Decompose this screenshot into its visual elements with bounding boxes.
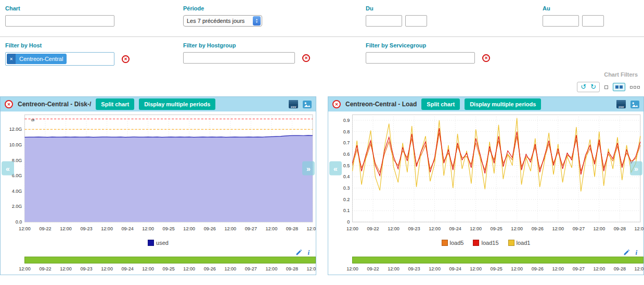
refresh-icon[interactable]: ↻: [590, 83, 596, 91]
export-image-icon[interactable]: [303, 101, 312, 108]
svg-text:09-22: 09-22: [367, 226, 379, 231]
info-icon[interactable]: i: [307, 249, 310, 256]
svg-text:12:00: 12:00: [142, 226, 154, 231]
close-panel-icon[interactable]: ✕: [332, 100, 341, 108]
hostgroup-filter-input[interactable]: [183, 52, 295, 64]
svg-text:0.6: 0.6: [343, 152, 350, 157]
du-date-input[interactable]: [366, 15, 402, 27]
servicegroup-filter-input[interactable]: [366, 52, 475, 64]
hostgroup-filter-group: Filter by Hostgroup ✕: [183, 42, 310, 64]
svg-text:0.3: 0.3: [343, 185, 350, 191]
view-two-columns-icon[interactable]: [613, 83, 625, 91]
split-chart-button[interactable]: Split chart: [96, 98, 134, 110]
legend-color-swatch: [442, 240, 448, 246]
periode-select[interactable]: Les 7 précédents jours ▲▼: [183, 15, 262, 27]
svg-text:12:00: 12:00: [224, 267, 236, 272]
svg-text:12:00: 12:00: [593, 267, 605, 272]
servicegroup-filter-group: Filter by Servicegroup ✕: [366, 42, 490, 64]
svg-text:09-25: 09-25: [491, 226, 503, 231]
chart-filters-section-label: Chart Filters: [604, 71, 638, 78]
filter-row-2: Filter by Host ✕ Centreon-Central ✕ Filt…: [0, 37, 644, 79]
svg-text:0: 0: [347, 219, 350, 225]
svg-text:8: 8: [30, 119, 35, 121]
du-filter-label: Du: [366, 5, 427, 11]
svg-text:09-25: 09-25: [491, 267, 503, 272]
legend-item[interactable]: used: [148, 240, 169, 246]
panel-tools: i: [1, 248, 316, 256]
display-multiple-periods-button[interactable]: Display multiple periods: [139, 98, 215, 110]
split-chart-button[interactable]: Split chart: [421, 98, 460, 110]
legend-color-swatch: [473, 240, 479, 246]
svg-text:09-28: 09-28: [286, 267, 298, 272]
svg-text:09-28: 09-28: [614, 267, 626, 272]
csv-export-icon[interactable]: csv: [289, 100, 298, 108]
remove-tag-icon[interactable]: ✕: [7, 54, 16, 64]
edit-chart-icon[interactable]: [295, 249, 302, 256]
legend-item[interactable]: load1: [508, 240, 531, 246]
svg-text:09-23: 09-23: [408, 267, 420, 272]
filter-row-1: Chart Période Les 7 précédents jours ▲▼ …: [0, 0, 644, 36]
svg-text:12:00: 12:00: [388, 226, 400, 231]
edit-chart-icon[interactable]: [623, 249, 630, 256]
svg-text:09-26: 09-26: [532, 226, 544, 231]
view-three-columns-icon[interactable]: [630, 86, 640, 89]
svg-text:12:00: 12:00: [346, 226, 358, 231]
legend-item[interactable]: load5: [442, 240, 464, 246]
chart-filter-label: Chart: [5, 5, 114, 11]
legend-label: load1: [517, 240, 531, 246]
scroll-right-button[interactable]: »: [302, 162, 315, 176]
svg-text:09-24: 09-24: [449, 267, 461, 272]
svg-text:12:00: 12:00: [183, 267, 195, 272]
svg-text:12:00: 12:00: [19, 226, 31, 231]
scroll-left-button[interactable]: «: [329, 162, 342, 176]
svg-text:0.7: 0.7: [343, 140, 350, 145]
load-chart[interactable]: 12:0009-2212:0009-2312:0009-2412:0009-25…: [328, 111, 643, 238]
auto-refresh-icon[interactable]: ↺: [581, 83, 586, 91]
host-filter-label: Filter by Host: [5, 42, 130, 48]
legend-label: used: [156, 240, 169, 246]
svg-text:09-23: 09-23: [80, 267, 92, 272]
svg-text:12:00: 12:00: [346, 267, 358, 272]
svg-text:0.1: 0.1: [343, 208, 350, 213]
view-one-column-icon[interactable]: [604, 85, 608, 89]
svg-text:12:00: 12:00: [511, 267, 523, 272]
svg-text:12:00: 12:00: [552, 267, 564, 272]
svg-text:09-27: 09-27: [573, 267, 585, 272]
chart-panel-load: ✕ Centreon-Central - Load Split chart Di…: [328, 96, 644, 275]
du-time-input[interactable]: [405, 15, 427, 27]
clear-servicegroup-filter-icon[interactable]: ✕: [482, 54, 490, 62]
info-icon[interactable]: i: [635, 249, 637, 256]
time-range-bar[interactable]: 12:0009-2212:0009-2312:0009-2412:0009-25…: [1, 256, 316, 272]
chart-filter-input[interactable]: [5, 15, 114, 27]
close-panel-icon[interactable]: ✕: [5, 100, 13, 108]
svg-text:09-22: 09-22: [39, 226, 51, 231]
disk-chart[interactable]: 12:0009-2212:0009-2312:0009-2412:0009-25…: [1, 111, 316, 238]
legend-item[interactable]: load15: [473, 240, 498, 246]
time-range-bar[interactable]: 12:0009-2212:0009-2312:0009-2412:0009-25…: [328, 256, 643, 272]
svg-text:09-22: 09-22: [367, 267, 379, 272]
panel-header: ✕ Centreon-Central - Disk-/ Split chart …: [1, 97, 316, 111]
chart-area: 12:0009-2212:0009-2312:0009-2412:0009-25…: [1, 111, 316, 238]
scroll-right-button[interactable]: »: [630, 162, 642, 176]
au-time-input[interactable]: [582, 15, 604, 27]
svg-text:0.4: 0.4: [343, 174, 350, 179]
svg-text:09-27: 09-27: [245, 267, 257, 272]
svg-text:09-24: 09-24: [449, 226, 461, 231]
svg-text:12:00: 12:00: [594, 226, 606, 231]
svg-text:12:00: 12:00: [635, 226, 643, 231]
clear-host-filter-icon[interactable]: ✕: [122, 55, 130, 63]
periode-filter-label: Période: [183, 5, 262, 11]
svg-text:09-25: 09-25: [163, 226, 175, 231]
svg-text:12:00: 12:00: [101, 226, 113, 231]
host-filter-input[interactable]: ✕ Centreon-Central: [5, 52, 114, 66]
host-tag-chip: ✕ Centreon-Central: [7, 54, 67, 64]
display-multiple-periods-button[interactable]: Display multiple periods: [465, 98, 541, 110]
clear-hostgroup-filter-icon[interactable]: ✕: [302, 54, 310, 62]
svg-text:09-28: 09-28: [286, 226, 298, 231]
svg-text:09-24: 09-24: [122, 267, 134, 272]
export-image-icon[interactable]: [630, 101, 639, 108]
legend-color-swatch: [148, 240, 154, 246]
au-date-input[interactable]: [543, 15, 579, 27]
scroll-left-button[interactable]: «: [2, 162, 14, 176]
csv-export-icon[interactable]: csv: [616, 100, 626, 108]
